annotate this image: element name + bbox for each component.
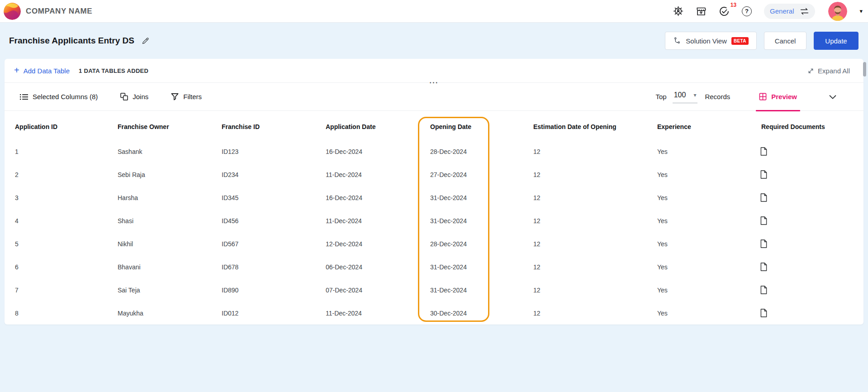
cell-franchise-owner: Shasi bbox=[118, 217, 222, 225]
user-avatar[interactable] bbox=[828, 2, 847, 21]
col-header-application-date[interactable]: Application Date bbox=[326, 123, 430, 130]
top-header-bar: COMPANY NAME 13 bbox=[0, 0, 868, 23]
joins-icon bbox=[120, 93, 128, 100]
col-header-estimation-date[interactable]: Estimation Date of Opening bbox=[533, 123, 657, 130]
cell-application-date: 16-Dec-2024 bbox=[326, 194, 430, 201]
add-data-table-button[interactable]: + Add Data Table bbox=[14, 67, 70, 75]
cell-application-date: 16-Dec-2024 bbox=[326, 148, 430, 155]
cell-estimation-date: 12 bbox=[533, 240, 657, 248]
column-list-icon bbox=[20, 93, 28, 100]
cell-experience: Yes bbox=[657, 148, 761, 155]
cell-required-documents bbox=[761, 170, 863, 179]
dropdown-caret-icon: ▾ bbox=[693, 92, 696, 98]
approvals-check-icon[interactable]: 13 bbox=[719, 6, 730, 17]
top-records-value: 100 bbox=[674, 91, 686, 99]
beta-badge: BETA bbox=[731, 37, 749, 45]
col-header-application-id[interactable]: Application ID bbox=[15, 123, 118, 130]
document-icon[interactable] bbox=[760, 170, 767, 179]
cell-franchise-owner: Harsha bbox=[118, 194, 222, 201]
cell-estimation-date: 12 bbox=[533, 217, 657, 225]
col-header-experience[interactable]: Experience bbox=[657, 123, 761, 130]
cell-application-id: 5 bbox=[15, 240, 118, 248]
document-icon[interactable] bbox=[760, 147, 767, 156]
preview-active-underline bbox=[756, 110, 800, 111]
selected-columns-button[interactable]: Selected Columns (8) bbox=[20, 93, 98, 100]
cell-opening-date: 31-Dec-2024 bbox=[430, 263, 533, 271]
company-logo[interactable] bbox=[4, 3, 21, 20]
expand-icon bbox=[807, 67, 814, 74]
cell-experience: Yes bbox=[657, 310, 761, 317]
edit-title-pencil-icon[interactable] bbox=[141, 37, 150, 45]
cell-application-date: 07-Dec-2024 bbox=[326, 287, 430, 294]
cell-required-documents bbox=[761, 216, 863, 225]
add-data-table-label: Add Data Table bbox=[24, 67, 70, 75]
marketplace-store-icon[interactable] bbox=[696, 6, 707, 17]
cell-required-documents bbox=[761, 147, 863, 156]
cell-franchise-owner: Mayukha bbox=[118, 310, 222, 317]
document-icon[interactable] bbox=[760, 216, 767, 225]
expand-all-button[interactable]: Expand All bbox=[807, 67, 850, 75]
cell-estimation-date: 12 bbox=[533, 263, 657, 271]
cancel-button[interactable]: Cancel bbox=[764, 32, 806, 50]
col-header-franchise-id[interactable]: Franchise ID bbox=[222, 123, 326, 130]
selected-columns-label: Selected Columns (8) bbox=[33, 93, 98, 100]
cell-opening-date: 28-Dec-2024 bbox=[430, 148, 533, 155]
cell-application-date: 06-Dec-2024 bbox=[326, 263, 430, 271]
workspace-switcher[interactable]: General bbox=[764, 4, 815, 19]
tab-preview[interactable]: Preview bbox=[759, 83, 797, 111]
cell-franchise-id: ID234 bbox=[222, 171, 326, 178]
document-icon[interactable] bbox=[760, 239, 767, 248]
col-header-required-documents[interactable]: Required Documents bbox=[761, 123, 863, 130]
cell-application-date: 11-Dec-2024 bbox=[326, 310, 430, 317]
cell-franchise-id: ID678 bbox=[222, 263, 326, 271]
filter-funnel-icon bbox=[171, 93, 179, 100]
page-title: Franchise Applicants Entry DS bbox=[9, 36, 134, 46]
cell-application-id: 2 bbox=[15, 171, 118, 178]
preview-label: Preview bbox=[771, 93, 797, 100]
cell-application-id: 6 bbox=[15, 263, 118, 271]
records-label: Records bbox=[705, 93, 730, 100]
cell-application-id: 7 bbox=[15, 287, 118, 294]
col-header-opening-date[interactable]: Opening Date bbox=[430, 123, 533, 130]
cell-franchise-id: ID123 bbox=[222, 148, 326, 155]
filters-button[interactable]: Filters bbox=[171, 93, 202, 100]
plus-icon: + bbox=[14, 66, 19, 75]
table-row: 7 Sai Teja ID890 07-Dec-2024 31-Dec-2024… bbox=[5, 278, 863, 301]
document-icon[interactable] bbox=[760, 309, 767, 317]
solution-view-button[interactable]: Solution View BETA bbox=[665, 32, 757, 50]
table-row: 1 Sashank ID123 16-Dec-2024 28-Dec-2024 … bbox=[5, 140, 863, 163]
top-actions: 13 ? General ▾ bbox=[673, 2, 863, 21]
approvals-badge-count: 13 bbox=[730, 2, 736, 8]
cell-application-id: 4 bbox=[15, 217, 118, 225]
swap-arrows-icon bbox=[800, 7, 809, 15]
cell-franchise-owner: Bhavani bbox=[118, 263, 222, 271]
top-records-dropdown[interactable]: 100 ▾ bbox=[673, 90, 698, 103]
cell-experience: Yes bbox=[657, 217, 761, 225]
cell-required-documents bbox=[761, 239, 863, 248]
table-row: 5 Nikhil ID567 12-Dec-2024 28-Dec-2024 1… bbox=[5, 232, 863, 255]
cell-required-documents bbox=[761, 263, 863, 271]
settings-gear-icon[interactable] bbox=[673, 6, 683, 16]
scrollbar-thumb[interactable] bbox=[863, 62, 866, 76]
help-question-glyph: ? bbox=[745, 8, 749, 14]
joins-button[interactable]: Joins bbox=[120, 93, 148, 100]
document-icon[interactable] bbox=[760, 286, 767, 294]
cell-estimation-date: 12 bbox=[533, 171, 657, 178]
tables-added-count: 1 DATA TABLES ADDED bbox=[79, 67, 148, 74]
collapse-chevron-icon[interactable] bbox=[828, 92, 838, 102]
cell-franchise-owner: Sai Teja bbox=[118, 287, 222, 294]
workspace-label: General bbox=[770, 7, 794, 15]
cell-franchise-owner: Sebi Raja bbox=[118, 171, 222, 178]
cell-experience: Yes bbox=[657, 263, 761, 271]
col-header-franchise-owner[interactable]: Franchise Owner bbox=[118, 123, 222, 130]
update-button[interactable]: Update bbox=[814, 32, 859, 50]
cell-opening-date: 27-Dec-2024 bbox=[430, 171, 533, 178]
help-icon[interactable]: ? bbox=[742, 6, 752, 16]
table-row: 6 Bhavani ID678 06-Dec-2024 31-Dec-2024 … bbox=[5, 255, 863, 278]
profile-caret-down-icon[interactable]: ▾ bbox=[859, 8, 863, 14]
branch-icon bbox=[673, 37, 681, 45]
document-icon[interactable] bbox=[760, 263, 767, 271]
cell-opening-date: 30-Dec-2024 bbox=[430, 310, 533, 317]
cell-franchise-id: ID012 bbox=[222, 310, 326, 317]
document-icon[interactable] bbox=[760, 193, 767, 202]
